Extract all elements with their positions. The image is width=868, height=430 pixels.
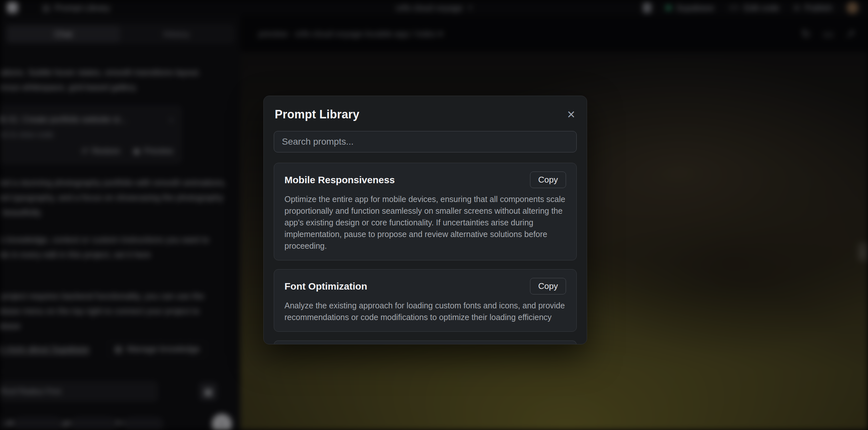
prompt-description: Analyze the existing approach for loadin… bbox=[284, 300, 566, 323]
prompt-title: Font Optimization bbox=[284, 281, 367, 292]
prompt-card-header: Font Optimization Copy bbox=[284, 278, 566, 295]
close-icon[interactable]: × bbox=[567, 108, 575, 121]
prompt-card: Font Optimization Copy Analyze the exist… bbox=[274, 269, 577, 332]
prompt-library-modal: Prompt Library × Mobile Responsiveness C… bbox=[264, 96, 587, 344]
copy-button[interactable]: Copy bbox=[530, 278, 566, 295]
prompt-list: Mobile Responsiveness Copy Optimize the … bbox=[274, 163, 577, 344]
prompt-card-header: Mobile Responsiveness Copy bbox=[284, 172, 566, 188]
search-input[interactable] bbox=[282, 136, 568, 147]
prompt-title: Mobile Responsiveness bbox=[284, 175, 395, 185]
prompt-description: Optimize the entire app for mobile devic… bbox=[284, 193, 566, 252]
prompt-card-partial[interactable] bbox=[274, 340, 577, 344]
prompt-card: Mobile Responsiveness Copy Optimize the … bbox=[274, 163, 577, 260]
modal-title: Prompt Library bbox=[275, 108, 360, 121]
modal-header: Prompt Library × bbox=[264, 96, 587, 131]
copy-button[interactable]: Copy bbox=[530, 172, 566, 188]
search-box bbox=[274, 131, 577, 152]
